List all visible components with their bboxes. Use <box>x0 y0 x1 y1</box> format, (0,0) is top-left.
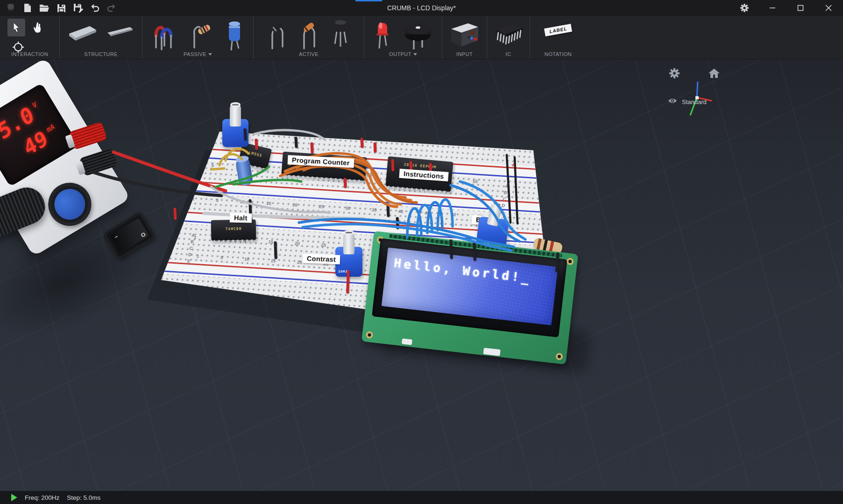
jumper-wire[interactable] <box>310 142 313 154</box>
jumper-wire[interactable] <box>243 128 247 140</box>
select-tool-button[interactable] <box>7 19 25 36</box>
frequency-readout: Freq: 200Hz <box>25 494 59 501</box>
section-label-ic: IC <box>487 51 530 57</box>
minimize-button[interactable] <box>766 2 779 14</box>
passive-dropdown-caret <box>208 53 212 56</box>
jumper-wire[interactable] <box>274 241 277 259</box>
toolbar-section-active: ACTIVE <box>254 16 364 59</box>
power-supply-display: 5.0 V 49 mA <box>0 83 79 187</box>
contrast-label-sticker[interactable]: Contrast <box>303 254 340 265</box>
resistor-component-icon[interactable] <box>189 20 213 52</box>
yellow-wire[interactable] <box>211 168 224 169</box>
step-readout: Step: 5.0ms <box>67 494 100 501</box>
diode-component-icon[interactable] <box>267 20 288 52</box>
switch-off-mark: O <box>140 231 147 239</box>
section-label-structure: STRUCTURE <box>60 51 142 57</box>
label-component-icon[interactable]: LABEL <box>544 24 572 36</box>
transistor-component-icon[interactable] <box>330 20 351 54</box>
toolbar-section-passive: PASSIVE <box>142 16 254 59</box>
save-as-button[interactable] <box>73 3 83 13</box>
switch-on-mark: − <box>113 233 119 241</box>
ic-chip-component-icon[interactable] <box>492 20 525 51</box>
jumper-wire[interactable] <box>173 208 177 220</box>
pot-shaft[interactable] <box>343 232 354 254</box>
maximize-button[interactable] <box>794 2 807 14</box>
mounting-hole <box>366 331 374 339</box>
nand-chip-label: 74HC00 <box>211 226 256 231</box>
jumper-wire-component-icon[interactable] <box>152 20 177 52</box>
new-file-button[interactable] <box>22 3 33 13</box>
statusbar: Freq: 200Hz Step: 5.0ms <box>0 491 843 504</box>
rail-minus-symbol: − <box>509 174 513 181</box>
power-supply-component-icon[interactable] <box>447 20 482 50</box>
breadboard-component-icon[interactable] <box>66 20 99 48</box>
section-label-input: INPUT <box>442 51 487 57</box>
close-button[interactable] <box>822 2 835 14</box>
view-mode-label[interactable]: Standard <box>682 98 707 105</box>
current-readout: 49 <box>21 127 50 159</box>
toolbar-section-ic: IC <box>487 16 530 59</box>
lcd-connector-tab <box>402 338 412 345</box>
led-component-icon[interactable] <box>374 20 391 54</box>
jumper-wire[interactable] <box>374 142 377 153</box>
titlebar: CRUMB - LCD Display* <box>0 0 843 16</box>
window-title: CRUMB - LCD Display* <box>0 0 843 16</box>
toolbar-section-interaction: INTERACTION <box>0 16 60 59</box>
hand-tool-button[interactable] <box>29 19 47 36</box>
lcd-screen: Hello, World!_ <box>382 248 558 326</box>
jumper-wire[interactable] <box>391 159 395 171</box>
jumper-wire[interactable] <box>294 137 298 148</box>
app-logo-icon <box>6 3 16 13</box>
jumper-wire[interactable] <box>360 138 363 148</box>
save-button[interactable] <box>56 3 66 13</box>
scene-viewport[interactable]: 1510152025303540455055 15101520253035404… <box>0 59 843 491</box>
lcd-module[interactable]: Hello, World!_ <box>361 231 578 364</box>
halt-label-sticker[interactable]: Halt <box>230 213 252 223</box>
toolbar-section-output: OUTPUT <box>364 16 442 59</box>
section-label-output: OUTPUT <box>389 51 411 57</box>
settings-gear-icon[interactable] <box>738 2 751 14</box>
toolbar-section-input: INPUT <box>442 16 487 59</box>
section-label-passive: PASSIVE <box>184 51 206 57</box>
open-file-button[interactable] <box>39 3 50 13</box>
section-label-notation: NOTATION <box>530 51 586 57</box>
lcd-connector-tab <box>483 348 500 356</box>
pot-shaft[interactable] <box>230 104 241 126</box>
toolbar-section-structure: STRUCTURE <box>60 16 142 59</box>
zener-diode-component-icon[interactable] <box>298 20 320 52</box>
titlebar-accent-line <box>355 0 382 1</box>
undo-button[interactable] <box>90 3 100 13</box>
viewport-settings-gear-icon[interactable] <box>669 68 680 81</box>
section-label-active: ACTIVE <box>254 51 364 57</box>
toolbar-section-notation: LABEL NOTATION <box>530 16 586 59</box>
view-mode-eye-icon[interactable] <box>668 98 677 106</box>
capacitor-component-icon[interactable] <box>225 20 244 54</box>
buzzer-component-icon[interactable] <box>404 20 432 54</box>
output-dropdown-caret <box>413 53 417 56</box>
mounting-hole <box>566 258 574 266</box>
board-row-letters: ABCDE <box>187 232 195 264</box>
component-toolbar: INTERACTION STRUCTURE <box>0 16 843 59</box>
lcd-text: Hello, World!_ <box>393 256 532 285</box>
redo-button[interactable] <box>106 3 117 13</box>
crumb-app-window: CRUMB - LCD Display* <box>0 0 843 504</box>
eeprom-chip-label: 28C16 EEPROM <box>387 161 453 171</box>
mounting-hole <box>555 353 563 361</box>
jumper-wire[interactable] <box>344 178 347 188</box>
rod-component-icon[interactable] <box>106 20 135 48</box>
section-label-interaction: INTERACTION <box>0 51 59 57</box>
play-simulation-button[interactable] <box>11 494 17 501</box>
